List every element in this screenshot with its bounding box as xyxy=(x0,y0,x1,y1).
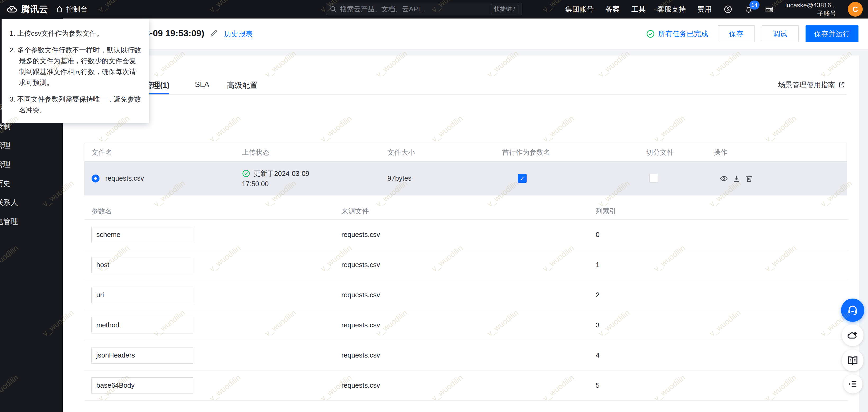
console-label: 控制台 xyxy=(66,4,88,14)
feedback-list-fab[interactable] xyxy=(843,374,863,393)
nav-item-icp[interactable]: 备案 xyxy=(606,4,620,14)
save-button[interactable]: 保存 xyxy=(718,25,755,42)
notifications-button[interactable]: 14 xyxy=(744,5,753,14)
param-column-index: 2 xyxy=(589,291,848,299)
param-name-input[interactable] xyxy=(91,347,193,364)
param-column-index: 5 xyxy=(589,381,848,389)
brand[interactable]: 腾讯云 xyxy=(6,0,48,19)
home-icon xyxy=(56,5,63,13)
scene-guide-link[interactable]: 场景管理使用指南 xyxy=(778,80,845,90)
split-file-checkbox[interactable] xyxy=(649,174,658,183)
history-report-link[interactable]: 历史报表 xyxy=(224,29,253,40)
sidebar-item[interactable]: 管理 xyxy=(0,155,63,174)
tencent-cloud-logo-icon xyxy=(6,3,18,15)
download-icon[interactable] xyxy=(732,174,741,183)
parameter-row: requests.csv 2 xyxy=(84,280,848,310)
col-actions: 操作 xyxy=(707,148,846,157)
notification-count-badge: 14 xyxy=(749,1,760,9)
title-actions: 所有任务已完成 保存 调试 保存并运行 xyxy=(646,25,859,42)
nav-item-tools[interactable]: 工具 xyxy=(631,4,646,14)
col-upload-status: 上传状态 xyxy=(235,148,380,157)
cloud-bell-icon xyxy=(846,329,859,341)
file-row-radio[interactable] xyxy=(92,175,99,182)
file-table-row[interactable]: requests.csv 更新于2024-03-09 17:50:00 97by… xyxy=(85,161,846,195)
console-link[interactable]: 控制台 xyxy=(56,0,88,19)
param-source-file: requests.csv xyxy=(334,381,589,389)
param-name-input[interactable] xyxy=(91,257,193,273)
list-menu-icon xyxy=(848,379,858,389)
file-name: requests.csv xyxy=(105,174,144,182)
search-shortcut-badge: 快捷键 / xyxy=(491,4,519,14)
col-param-name: 参数名 xyxy=(84,207,334,216)
first-row-as-param-checkbox[interactable]: ✓ xyxy=(518,174,527,183)
save-and-run-button[interactable]: 保存并运行 xyxy=(806,25,859,42)
external-link-icon xyxy=(838,81,845,89)
sidebar-item[interactable]: 历史 xyxy=(0,174,63,193)
param-name-input[interactable] xyxy=(91,317,193,334)
param-column-index: 4 xyxy=(589,351,848,359)
headset-icon xyxy=(846,304,859,316)
param-name-input[interactable] xyxy=(91,227,193,243)
global-search[interactable]: 搜索云产品、文档、云API... 快捷键 / xyxy=(326,3,522,15)
col-first-row-as-param: 首行作为参数名 xyxy=(495,148,639,157)
param-source-file: requests.csv xyxy=(334,261,589,269)
param-column-index: 3 xyxy=(589,321,848,329)
tab-advanced-config[interactable]: 高级配置 xyxy=(227,78,257,94)
account-info[interactable]: lucaske@43816... 子账号 xyxy=(785,1,836,18)
param-name-input[interactable] xyxy=(91,287,193,303)
sidebar-item[interactable]: 联系人 xyxy=(0,193,63,212)
parameter-row: requests.csv 1 xyxy=(84,250,848,280)
col-file-name: 文件名 xyxy=(85,148,235,157)
top-navbar: 腾讯云 控制台 搜索云产品、文档、云API... 快捷键 / 集团账号 备案 工… xyxy=(0,0,868,19)
file-size: 97bytes xyxy=(380,174,495,182)
brand-name: 腾讯云 xyxy=(21,3,48,15)
preview-eye-icon[interactable] xyxy=(719,174,728,183)
cloud-alert-fab[interactable] xyxy=(842,324,864,346)
debug-button[interactable]: 调试 xyxy=(762,25,799,42)
parameter-row: requests.csv 0 xyxy=(84,220,848,250)
parameter-row: requests.csv 5 xyxy=(84,371,848,401)
tasks-complete-status: 所有任务已完成 xyxy=(646,29,708,39)
parameter-row: requests.csv 3 xyxy=(84,310,848,340)
file-table-header: 文件名 上传状态 文件大小 首行作为参数名 切分文件 操作 xyxy=(85,143,846,161)
col-source-file: 来源文件 xyxy=(334,207,589,216)
nav-item-billing[interactable]: 费用 xyxy=(698,4,712,14)
parameter-row: requests.csv 4 xyxy=(84,340,848,371)
customer-service-fab[interactable] xyxy=(841,299,864,322)
nav-item-support[interactable]: 客服支持 xyxy=(657,4,686,14)
param-name-input[interactable] xyxy=(91,377,193,394)
tooltip-item: 2. 多个参数文件行数不一样时，默认以行数最多的文件为基准，行数少的文件会复制到… xyxy=(9,45,141,88)
sidebar-item[interactable]: 包管理 xyxy=(0,212,63,231)
tooltip-list: 1. 上传csv文件作为参数文件。2. 多个参数文件行数不一样时，默认以行数最多… xyxy=(9,28,141,115)
parameter-rows: requests.csv 0 requests.csv 1 requests.c… xyxy=(84,220,848,401)
page-root: 腾讯云 控制台 搜索云产品、文档、云API... 快捷键 / 集团账号 备案 工… xyxy=(0,0,868,412)
promotion-icon[interactable] xyxy=(723,5,733,14)
col-column-index: 列索引 xyxy=(589,207,848,216)
delete-trash-icon[interactable] xyxy=(745,174,753,183)
docs-fab[interactable] xyxy=(842,350,864,371)
tooltip-item: 3. 不同文件参数列需要保持唯一，避免参数名冲突。 xyxy=(9,94,141,115)
edit-title-icon[interactable] xyxy=(210,29,218,38)
main-panel: 文件管理(1) SLA 高级配置 场景管理使用指南 参数文件(1) 协议文件 xyxy=(63,56,859,412)
navbar-right: 集团账号 备案 工具 客服支持 费用 14 lucaske@43816... 子… xyxy=(565,0,863,19)
billing-center-icon[interactable] xyxy=(765,5,774,14)
col-file-size: 文件大小 xyxy=(380,148,495,157)
col-split-file: 切分文件 xyxy=(639,148,707,157)
file-table: 文件名 上传状态 文件大小 首行作为参数名 切分文件 操作 requests.c… xyxy=(84,143,847,196)
scene-title-bar: (2024-03-09 19:53:09) 历史报表 所有任务已完成 保存 调试… xyxy=(63,19,868,49)
search-icon xyxy=(330,5,337,13)
param-source-file: requests.csv xyxy=(334,321,589,329)
upload-success-icon xyxy=(242,169,250,178)
tabs-bar: 文件管理(1) SLA 高级配置 场景管理使用指南 xyxy=(84,78,846,95)
file-status-cell: 更新于2024-03-09 17:50:00 xyxy=(235,169,380,188)
account-name: lucaske@43816... xyxy=(785,1,836,9)
nav-item-group-account[interactable]: 集团账号 xyxy=(565,4,594,14)
param-source-file: requests.csv xyxy=(334,351,589,359)
param-source-file: requests.csv xyxy=(334,231,589,239)
account-type: 子账号 xyxy=(785,9,836,18)
sidebar-item[interactable]: 管理 xyxy=(0,136,63,155)
tasks-complete-label: 所有任务已完成 xyxy=(658,29,708,39)
param-column-index: 1 xyxy=(589,261,848,269)
tab-sla[interactable]: SLA xyxy=(195,78,209,94)
avatar[interactable]: C xyxy=(848,2,863,16)
